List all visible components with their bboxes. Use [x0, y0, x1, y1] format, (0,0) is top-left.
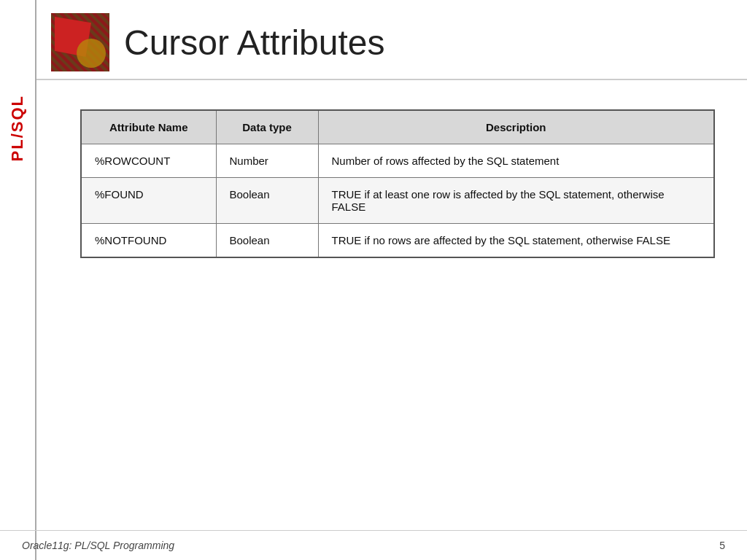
footer-left-text: Oracle11g: PL/SQL Programming	[22, 540, 174, 551]
row3-type: Boolean	[216, 224, 318, 258]
row1-desc: Number of rows affected by the SQL state…	[318, 144, 714, 178]
row1-name: %ROWCOUNT	[81, 144, 216, 178]
table-row: %FOUND Boolean TRUE if at least one row …	[81, 178, 714, 224]
col-header-type: Data type	[216, 110, 318, 144]
footer: Oracle11g: PL/SQL Programming 5	[0, 530, 747, 560]
row3-name: %NOTFOUND	[81, 224, 216, 258]
col-header-name: Attribute Name	[81, 110, 216, 144]
main-content: Attribute Name Data type Description %RO…	[36, 80, 747, 280]
row1-type: Number	[216, 144, 318, 178]
footer-page-number: 5	[719, 540, 725, 551]
header: Cursor Attributes	[36, 0, 747, 80]
table-header-row: Attribute Name Data type Description	[81, 110, 714, 144]
logo-inner	[51, 13, 109, 71]
logo	[51, 13, 109, 71]
col-header-desc: Description	[318, 110, 714, 144]
sidebar: PL/SQL	[0, 0, 36, 560]
logo-gold	[77, 39, 106, 68]
row2-desc: TRUE if at least one row is affected by …	[318, 178, 714, 224]
table-row: %NOTFOUND Boolean TRUE if no rows are af…	[81, 224, 714, 258]
table-row: %ROWCOUNT Number Number of rows affected…	[81, 144, 714, 178]
row2-type: Boolean	[216, 178, 318, 224]
page-title: Cursor Attributes	[124, 23, 384, 63]
sidebar-label: PL/SQL	[8, 95, 27, 161]
row3-desc: TRUE if no rows are affected by the SQL …	[318, 224, 714, 258]
attributes-table: Attribute Name Data type Description %RO…	[80, 109, 715, 258]
row2-name: %FOUND	[81, 178, 216, 224]
